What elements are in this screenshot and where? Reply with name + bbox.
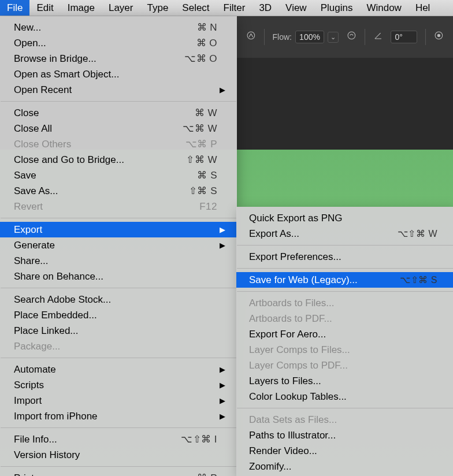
menu-item-shortcut: ⌥⌘ W bbox=[183, 122, 217, 135]
submenu-arrow-icon: ▶ bbox=[217, 412, 225, 421]
menu-item-label: Artboards to PDF... bbox=[249, 313, 437, 325]
menubar-help[interactable]: Hel bbox=[409, 0, 437, 16]
brush-pressure-icon[interactable] bbox=[246, 31, 256, 43]
menubar-edit[interactable]: Edit bbox=[29, 0, 60, 16]
export-submenu-item[interactable]: Export As...⌥⇧⌘ W bbox=[236, 226, 453, 241]
export-submenu-item[interactable]: Quick Export as PNG bbox=[236, 210, 453, 226]
flow-input[interactable]: 100% bbox=[295, 31, 324, 43]
tablet-pressure-icon[interactable] bbox=[434, 31, 444, 43]
export-submenu-item[interactable]: Render Video... bbox=[236, 443, 453, 459]
menu-item-label: Version History bbox=[14, 449, 217, 461]
angle-input[interactable]: 0° bbox=[391, 31, 417, 43]
export-submenu-item[interactable]: Zoomify... bbox=[236, 459, 453, 474]
airbrush-icon[interactable] bbox=[347, 31, 357, 43]
menu-item-shortcut: ⌘ O bbox=[196, 37, 217, 49]
menu-item-label: Save bbox=[14, 170, 197, 181]
menubar-plugins[interactable]: Plugins bbox=[314, 0, 360, 16]
file-menu-item[interactable]: Generate▶ bbox=[0, 237, 237, 253]
menu-item-label: Quick Export as PNG bbox=[249, 213, 437, 224]
menu-item-shortcut: ⌥⇧⌘ W bbox=[398, 228, 437, 239]
file-menu-item[interactable]: Share on Behance... bbox=[0, 269, 237, 284]
file-menu-item[interactable]: Save⌘ S bbox=[0, 168, 237, 183]
file-menu-item[interactable]: Version History bbox=[0, 447, 237, 463]
menu-item-shortcut: ⌘ W bbox=[195, 107, 217, 119]
menu-item-label: Export For Aero... bbox=[249, 329, 437, 340]
menu-item-shortcut: ⇧⌘ S bbox=[189, 185, 217, 197]
file-menu-item: Close Others⌥⌘ P bbox=[0, 136, 237, 152]
separator bbox=[365, 29, 365, 45]
file-menu-item[interactable]: Browse in Bridge...⌥⌘ O bbox=[0, 51, 237, 66]
file-menu-item[interactable]: Search Adobe Stock... bbox=[0, 292, 237, 307]
menubar-filter[interactable]: Filter bbox=[217, 0, 253, 16]
file-menu-item: RevertF12 bbox=[0, 199, 237, 214]
menu-separator bbox=[1, 288, 236, 288]
menu-item-label: Layer Comps to Files... bbox=[249, 344, 437, 356]
menu-separator bbox=[237, 268, 453, 269]
menu-item-label: Search Adobe Stock... bbox=[14, 294, 217, 306]
menu-separator bbox=[237, 245, 453, 246]
menu-item-shortcut: ⌥⌘ O bbox=[184, 53, 217, 65]
export-submenu-item[interactable]: Export For Aero... bbox=[236, 326, 453, 342]
menu-separator bbox=[1, 466, 236, 467]
menubar-image[interactable]: Image bbox=[61, 0, 102, 16]
menubar-3d[interactable]: 3D bbox=[252, 0, 279, 16]
angle-icon bbox=[373, 31, 383, 43]
export-submenu-item[interactable]: Color Lookup Tables... bbox=[236, 389, 453, 404]
menu-item-label: Export bbox=[14, 224, 217, 236]
file-menu-item[interactable]: Share... bbox=[0, 253, 237, 269]
menu-item-label: Open... bbox=[14, 38, 196, 49]
separator bbox=[264, 29, 265, 45]
menu-item-shortcut: ⇧⌘ W bbox=[186, 154, 217, 166]
file-menu-item: Package... bbox=[0, 339, 237, 354]
menu-item-label: Package... bbox=[14, 341, 217, 352]
menu-item-shortcut: F12 bbox=[199, 201, 217, 213]
menu-item-label: Data Sets as Files... bbox=[249, 414, 437, 426]
submenu-arrow-icon: ▶ bbox=[217, 396, 225, 405]
menu-separator bbox=[1, 218, 236, 218]
file-menu-item[interactable]: Save As...⇧⌘ S bbox=[0, 183, 237, 199]
menubar-file[interactable]: File bbox=[0, 0, 29, 16]
menu-item-label: Layers to Files... bbox=[249, 375, 437, 387]
file-menu-item[interactable]: Close and Go to Bridge...⇧⌘ W bbox=[0, 152, 237, 168]
menu-item-label: Close Others bbox=[14, 139, 185, 150]
menu-item-label: Paths to Illustrator... bbox=[249, 430, 437, 441]
menu-item-shortcut: ⌥⇧⌘ S bbox=[400, 274, 437, 285]
menubar-layer[interactable]: Layer bbox=[102, 0, 140, 16]
file-menu-item[interactable]: Open...⌘ O bbox=[0, 35, 237, 51]
file-menu-item[interactable]: Close All⌥⌘ W bbox=[0, 121, 237, 136]
flow-dropdown-icon[interactable]: ⌄ bbox=[328, 32, 339, 43]
menu-item-label: Share on Behance... bbox=[14, 271, 217, 282]
menu-item-label: Open Recent bbox=[14, 84, 217, 96]
file-menu-item[interactable]: File Info...⌥⇧⌘ I bbox=[0, 432, 237, 447]
file-menu-item[interactable]: New...⌘ N bbox=[0, 20, 237, 35]
file-menu-item[interactable]: Import▶ bbox=[0, 393, 237, 408]
file-menu-item[interactable]: Close⌘ W bbox=[0, 105, 237, 121]
export-submenu-item[interactable]: Export Preferences... bbox=[236, 249, 453, 265]
export-submenu-item[interactable]: Layers to Files... bbox=[236, 373, 453, 389]
file-menu-item[interactable]: Automate▶ bbox=[0, 362, 237, 377]
file-menu-item[interactable]: Scripts▶ bbox=[0, 377, 237, 393]
menu-item-label: Artboards to Files... bbox=[249, 298, 437, 309]
export-submenu-item[interactable]: Save for Web (Legacy)...⌥⇧⌘ S bbox=[236, 272, 453, 288]
file-menu-item[interactable]: Place Embedded... bbox=[0, 307, 237, 323]
file-menu-item[interactable]: Open Recent▶ bbox=[0, 82, 237, 98]
menubar-select[interactable]: Select bbox=[175, 0, 216, 16]
menu-item-shortcut: ⌘ S bbox=[197, 169, 217, 181]
file-menu-item[interactable]: Import from iPhone▶ bbox=[0, 408, 237, 424]
menu-item-label: Close and Go to Bridge... bbox=[14, 154, 186, 166]
menubar: File Edit Image Layer Type Select Filter… bbox=[0, 0, 453, 16]
menubar-window[interactable]: Window bbox=[359, 0, 408, 16]
menu-separator bbox=[1, 427, 236, 428]
menu-item-label: Generate bbox=[14, 240, 217, 251]
menubar-type[interactable]: Type bbox=[140, 0, 175, 16]
menu-item-label: New... bbox=[14, 22, 197, 34]
file-menu-item[interactable]: Export▶ bbox=[0, 222, 237, 237]
export-submenu-item[interactable]: Paths to Illustrator... bbox=[236, 427, 453, 443]
menu-item-label: Close All bbox=[14, 123, 183, 135]
menubar-view[interactable]: View bbox=[279, 0, 314, 16]
file-menu-item[interactable]: Print...⌘ P bbox=[0, 470, 237, 476]
file-menu-item[interactable]: Place Linked... bbox=[0, 323, 237, 339]
menu-item-label: Render Video... bbox=[249, 445, 437, 457]
file-menu-item[interactable]: Open as Smart Object... bbox=[0, 66, 237, 82]
svg-point-1 bbox=[348, 32, 355, 39]
